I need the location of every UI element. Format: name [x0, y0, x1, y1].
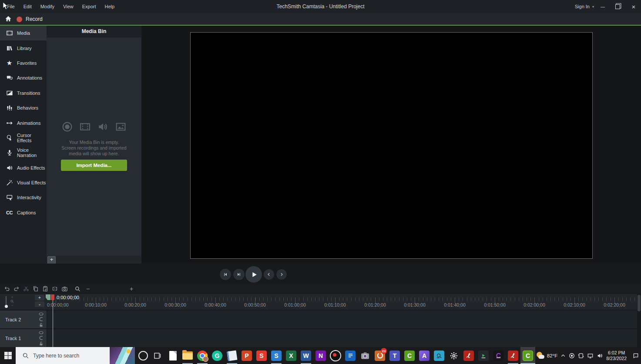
taskbar-clock[interactable]: 6:02 PM 8/23/2022 [606, 350, 627, 361]
track-name[interactable]: Track 1 [5, 329, 21, 348]
app-file-explorer[interactable] [180, 347, 195, 364]
app-c-purple[interactable] [491, 347, 506, 364]
sidebar-item-media[interactable]: Media [0, 26, 47, 40]
sidebar-item-favorites[interactable]: ★ Favorites [0, 56, 47, 70]
tray-tablet-icon[interactable] [578, 353, 584, 359]
sidebar-label: Captions [17, 210, 36, 215]
app-acrobat-2[interactable] [506, 347, 520, 364]
app-word[interactable]: W [299, 347, 313, 364]
timeline-zoom-in-button[interactable]: + [127, 284, 136, 293]
tray-record-icon[interactable] [569, 353, 575, 359]
app-snagit[interactable]: S [254, 347, 269, 364]
redo-button[interactable] [12, 284, 21, 293]
close-button[interactable]: × [626, 0, 641, 13]
weather-widget[interactable]: 82°F [536, 352, 557, 360]
app-notepad[interactable] [225, 347, 239, 364]
app-chrome[interactable] [195, 347, 210, 364]
collapse-tracks-button[interactable]: ⌄ [35, 301, 44, 307]
split-button[interactable] [50, 284, 59, 293]
app-a-purple[interactable]: A [417, 347, 432, 364]
app-camtasia[interactable]: C [402, 347, 417, 364]
home-button[interactable] [5, 15, 12, 22]
sidebar-item-transitions[interactable]: Transitions [0, 86, 47, 100]
start-button[interactable] [0, 347, 16, 364]
tray-volume-icon[interactable] [597, 353, 603, 359]
sidebar-item-interactivity[interactable]: Interactivity [0, 190, 47, 205]
notification-center-icon[interactable] [632, 352, 639, 359]
track-name[interactable]: Track 2 [5, 311, 21, 329]
tray-network-icon[interactable] [587, 353, 594, 359]
track-row-2: Track 2 [0, 310, 637, 328]
app-powerpoint[interactable]: P [239, 347, 254, 364]
eye-icon[interactable] [39, 312, 44, 316]
record-button[interactable]: Record [17, 16, 43, 22]
eye-icon[interactable] [39, 331, 44, 334]
restore-button[interactable] [610, 0, 625, 13]
clock-date: 8/23/2022 [606, 356, 627, 361]
app-cortana[interactable] [136, 347, 151, 364]
paste-button[interactable] [41, 284, 50, 293]
speaker-icon [6, 164, 13, 171]
sidebar-item-voice-narration[interactable]: Voice Narration [0, 145, 47, 160]
taskbar-search[interactable]: Type here to search [16, 347, 135, 364]
import-media-button[interactable]: Import Media... [61, 160, 127, 171]
app-screencast[interactable] [476, 347, 491, 364]
playhead-line[interactable] [53, 300, 53, 347]
undo-button[interactable] [3, 284, 11, 293]
sidebar-item-visual-effects[interactable]: Visual Effects [0, 175, 47, 190]
sidebar-item-behaviors[interactable]: Behaviors [0, 100, 47, 115]
sidebar-item-annotations[interactable]: Annotations [0, 70, 47, 85]
app-techsmith-capture[interactable] [432, 347, 446, 364]
app-mail[interactable] [343, 347, 358, 364]
jump-forward-button[interactable] [276, 269, 287, 280]
app-camtasia-active[interactable]: C [520, 347, 535, 364]
preview-canvas[interactable] [190, 32, 593, 259]
app-steps-recorder[interactable] [328, 347, 343, 364]
timeline-ruler[interactable]: 0:00:00;00 0:00:10;00 0:00:20;00 0:00:30… [47, 294, 637, 310]
app-teams[interactable]: T [387, 347, 402, 364]
app-settings[interactable] [446, 347, 461, 364]
copy-button[interactable] [31, 284, 40, 293]
cortana-icon [138, 351, 148, 361]
timeline-vscrollbar-thumb[interactable] [638, 295, 641, 311]
minimize-button[interactable]: — [595, 0, 610, 13]
record-camera-button[interactable] [60, 284, 69, 293]
app-task-view[interactable] [151, 347, 165, 364]
behaviors-icon [6, 104, 13, 112]
next-frame-button[interactable] [233, 269, 245, 280]
timeline-zoom-button[interactable] [73, 284, 82, 293]
camera-icon [360, 351, 370, 361]
add-track-button[interactable]: + [35, 295, 44, 301]
sidebar-item-audio-effects[interactable]: Audio Effects [0, 160, 47, 175]
app-onenote[interactable]: N [313, 347, 328, 364]
timeline-zoom-out-button[interactable]: − [84, 284, 92, 293]
filmstrip-icon [80, 121, 91, 132]
ruler-label: 0:00:50;00 [235, 302, 275, 307]
sidebar-item-cursor-effects[interactable]: Cursor Effects [0, 130, 47, 145]
app-screenshot[interactable] [358, 347, 373, 364]
previous-frame-button[interactable] [220, 269, 231, 280]
sidebar-item-captions[interactable]: CC Captions [0, 205, 47, 220]
lock-icon[interactable] [39, 341, 43, 346]
sidebar-item-library[interactable]: Library [0, 40, 47, 55]
app-excel[interactable]: X [284, 347, 299, 364]
search-highlight-art[interactable] [110, 347, 135, 364]
sign-in-button[interactable]: Sign In ▾ [575, 0, 594, 13]
sidebar-item-animations[interactable]: Animations [0, 115, 47, 130]
app-acrobat[interactable] [461, 347, 476, 364]
track-height-slider-handle[interactable] [5, 305, 8, 308]
tray-chevron-up-icon[interactable] [560, 353, 566, 358]
app-document[interactable] [165, 347, 180, 364]
lock-icon[interactable] [39, 323, 43, 327]
app-grammarly[interactable]: G [210, 347, 225, 364]
app-office-365[interactable]: 23 [373, 347, 387, 364]
jump-back-button[interactable] [264, 269, 274, 280]
magnet-icon[interactable] [39, 336, 44, 340]
cut-button[interactable] [22, 284, 30, 293]
playhead-marker[interactable] [51, 294, 54, 300]
add-media-button[interactable]: + [47, 256, 56, 264]
app-s-blue[interactable]: S [269, 347, 284, 364]
play-button[interactable] [245, 266, 262, 283]
magnet-icon[interactable] [39, 317, 44, 321]
split-icon [52, 286, 58, 292]
